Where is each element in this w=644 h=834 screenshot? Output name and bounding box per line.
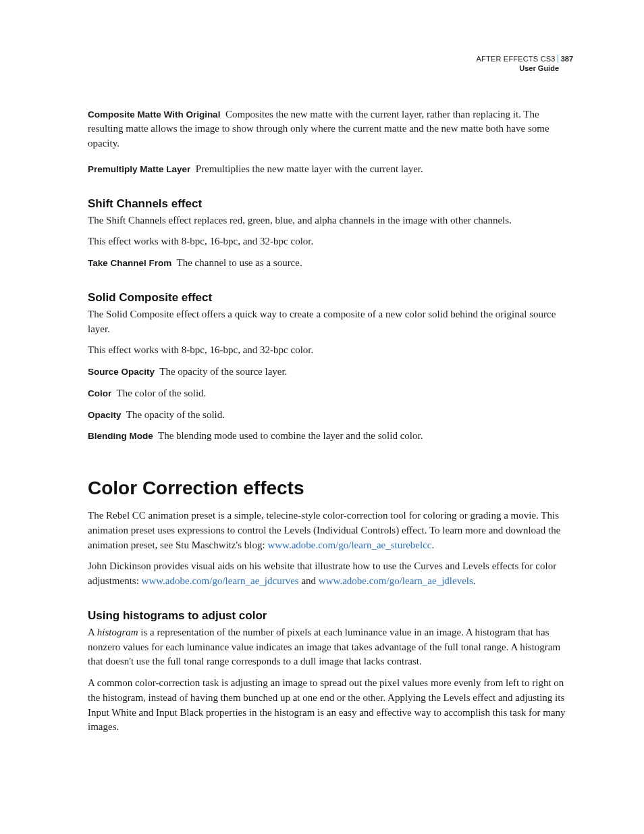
text: A: [88, 627, 97, 637]
definition-term: Source Opacity: [88, 367, 155, 377]
paragraph: This effect works with 8-bpc, 16-bpc, an…: [88, 234, 573, 249]
paragraph: This effect works with 8-bpc, 16-bpc, an…: [88, 343, 573, 358]
subheading-histograms: Using histograms to adjust color: [88, 609, 573, 623]
paragraph: The Solid Composite effect offers a quic…: [88, 307, 573, 337]
definition-body: The color of the solid.: [116, 388, 206, 398]
text: and: [299, 575, 319, 586]
definition-term: Opacity: [88, 410, 122, 420]
product-name: AFTER EFFECTS CS3: [477, 55, 556, 63]
subheading-shift-channels: Shift Channels effect: [88, 197, 573, 211]
text: .: [473, 575, 476, 586]
definition-item: Source Opacity The opacity of the source…: [88, 365, 573, 380]
link-jdcurves[interactable]: www.adobe.com/go/learn_ae_jdcurves: [142, 575, 299, 586]
definition-body: Premultiplies the new matte layer with t…: [196, 163, 423, 174]
paragraph: The Rebel CC animation preset is a simpl…: [88, 509, 573, 552]
text: is a representation of the number of pix…: [88, 627, 560, 667]
link-sturebelcc[interactable]: www.adobe.com/go/learn_ae_sturebelcc: [267, 540, 431, 550]
paragraph: A histogram is a representation of the n…: [88, 625, 573, 669]
definition-item: Color The color of the solid.: [88, 386, 573, 401]
definition-body: The opacity of the solid.: [126, 409, 225, 420]
definition-text: Composite Matte With Original Composites…: [88, 107, 573, 151]
definition-body: The blending mode used to combine the la…: [158, 430, 423, 441]
emphasis-term: histogram: [97, 627, 138, 637]
section-heading-color-correction: Color Correction effects: [88, 477, 573, 499]
definition-item: Composite Matte With Original Composites…: [88, 107, 573, 151]
definition-item: Opacity The opacity of the solid.: [88, 408, 573, 423]
definition-term: Premultiply Matte Layer: [88, 164, 190, 174]
document-page: AFTER EFFECTS CS3387 User Guide Composit…: [0, 0, 644, 782]
paragraph: The Shift Channels effect replaces red, …: [88, 213, 573, 228]
definition-text: Premultiply Matte Layer Premultiplies th…: [88, 162, 573, 177]
paragraph: A common color-correction task is adjust…: [88, 676, 573, 735]
definition-term: Blending Mode: [88, 431, 153, 441]
paragraph: John Dickinson provides visual aids on h…: [88, 559, 573, 589]
definition-body: The opacity of the source layer.: [159, 366, 287, 377]
subheading-solid-composite: Solid Composite effect: [88, 291, 573, 305]
definition-term: Take Channel From: [88, 258, 171, 268]
link-jdlevels[interactable]: www.adobe.com/go/learn_ae_jdlevels: [319, 575, 473, 586]
guide-label: User Guide: [88, 63, 559, 73]
definition-item: Premultiply Matte Layer Premultiplies th…: [88, 162, 573, 177]
definition-item: Take Channel From The channel to use as …: [88, 256, 573, 271]
page-header: AFTER EFFECTS CS3387 User Guide: [88, 54, 573, 74]
text: .: [432, 540, 435, 550]
page-number: 387: [558, 55, 573, 63]
definition-body: The channel to use as a source.: [177, 257, 302, 268]
definition-term: Composite Matte With Original: [88, 109, 220, 120]
definition-term: Color: [88, 388, 111, 398]
definition-item: Blending Mode The blending mode used to …: [88, 429, 573, 444]
